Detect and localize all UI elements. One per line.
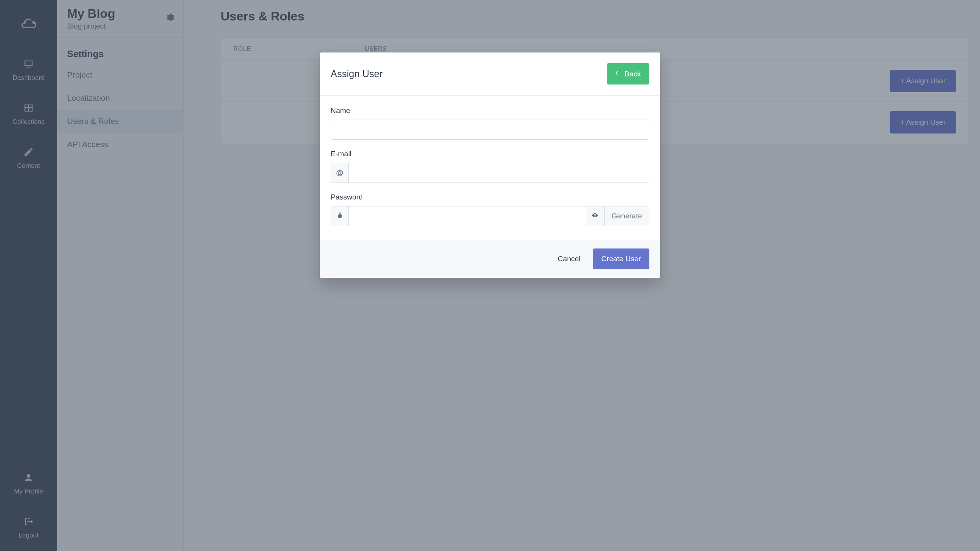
back-button-label: Back [625,70,641,78]
create-user-button[interactable]: Create User [593,248,649,269]
field-email: E-mail @ [331,150,649,183]
modal-body: Name E-mail @ Password [320,96,660,240]
field-label: Name [331,106,649,115]
modal-title: Assign User [331,68,383,79]
field-label: Password [331,193,649,201]
email-input-group: @ [331,163,649,183]
back-button[interactable]: Back [607,63,649,85]
app-root: Dashboard Collections Content My Profile [0,0,980,551]
email-input[interactable] [349,163,649,183]
password-input-group: Generate [331,206,649,226]
modal-header: Assign User Back [320,52,660,96]
assign-user-modal: Assign User Back Name E-mail [320,52,660,278]
at-sign-addon: @ [331,163,349,183]
toggle-password-visibility[interactable] [586,206,604,226]
password-input[interactable] [349,206,586,226]
chevron-left-icon [613,69,620,78]
generate-password-button[interactable]: Generate [604,206,649,226]
modal-footer: Cancel Create User [320,240,660,278]
at-icon: @ [336,169,343,177]
lock-icon [336,212,343,221]
eye-icon [591,212,598,221]
field-password: Password Generate [331,193,649,226]
cancel-button[interactable]: Cancel [554,249,583,269]
modal-overlay[interactable]: Assign User Back Name E-mail [0,0,980,551]
field-label: E-mail [331,150,649,158]
field-name: Name [331,106,649,140]
lock-addon [331,206,349,226]
name-input[interactable] [331,120,649,140]
